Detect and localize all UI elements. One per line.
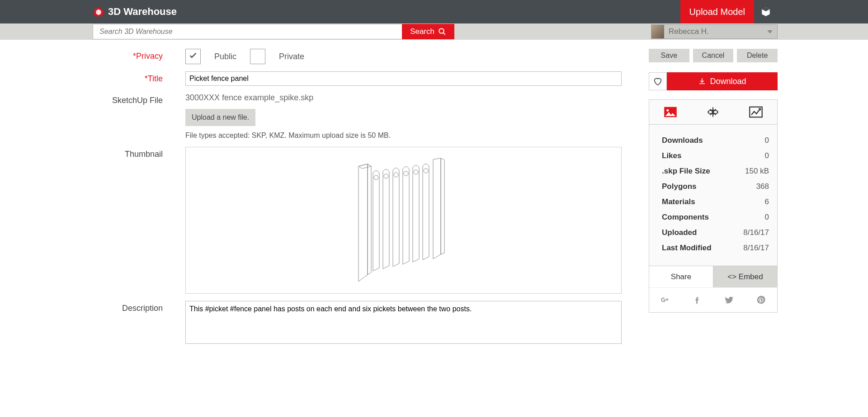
topbar: 3D Warehouse Upload Model <box>0 0 868 23</box>
content: *Privacy Public Private *Title SketchUp … <box>0 40 868 362</box>
svg-point-2 <box>374 175 378 180</box>
warehouse-logo-icon <box>93 6 104 18</box>
upload-file-button[interactable]: Upload a new file. <box>185 109 255 126</box>
stat-row: .skp File Size150 kB <box>662 164 769 179</box>
stat-row: Downloads0 <box>662 133 769 148</box>
svg-point-6 <box>414 170 418 174</box>
share-tabs: Share <> Embed <box>649 266 777 287</box>
svg-line-1 <box>443 33 445 35</box>
privacy-label: *Privacy <box>93 49 163 64</box>
cancel-button[interactable]: Cancel <box>693 49 734 62</box>
delete-button[interactable]: Delete <box>737 49 778 62</box>
svg-point-5 <box>404 171 408 176</box>
twitter-icon <box>724 295 734 305</box>
tab-embed[interactable]: <> Embed <box>713 266 777 287</box>
user-menu[interactable]: Rebecca H. <box>651 24 778 39</box>
search-input[interactable] <box>93 24 402 39</box>
stat-row: Components0 <box>662 210 769 225</box>
info-tabs <box>649 100 777 125</box>
tab-share[interactable]: Share <box>649 266 713 287</box>
svg-point-9 <box>666 109 669 112</box>
svg-point-0 <box>439 28 444 33</box>
upload-model-button[interactable]: Upload Model <box>680 0 754 23</box>
rotate-3d-icon <box>706 106 720 118</box>
title-label: *Title <box>93 71 163 86</box>
info-tab-image[interactable] <box>649 100 692 124</box>
thumbnail-label: Thumbnail <box>93 147 163 294</box>
info-body: Downloads0 Likes0 .skp File Size150 kB P… <box>649 125 777 266</box>
download-row: Download <box>649 72 778 90</box>
chart-icon <box>749 106 763 118</box>
sketchup-file-label: SketchUp File <box>93 93 163 140</box>
image-icon <box>664 106 677 118</box>
download-icon <box>698 77 706 85</box>
public-checkbox[interactable] <box>185 49 201 64</box>
svg-point-7 <box>424 169 428 173</box>
search-button[interactable]: Search <box>402 24 454 39</box>
brand-text: 3D Warehouse <box>108 6 177 18</box>
chevron-down-icon <box>767 30 773 33</box>
facebook-icon <box>692 295 702 305</box>
googleplus-icon <box>660 295 670 305</box>
form-column: *Privacy Public Private *Title SketchUp … <box>93 49 622 353</box>
side-column: Save Cancel Delete Download <box>649 49 778 353</box>
share-googleplus[interactable] <box>649 288 681 312</box>
info-tab-3d[interactable] <box>692 100 734 124</box>
pinterest-icon <box>756 295 766 305</box>
info-tab-stats[interactable] <box>735 100 777 124</box>
svg-point-4 <box>394 173 398 177</box>
fence-thumbnail-icon <box>345 153 462 288</box>
action-row: Save Cancel Delete <box>649 49 778 62</box>
sketchup-app-icon[interactable] <box>754 0 778 23</box>
brand[interactable]: 3D Warehouse <box>93 6 177 18</box>
search-wrap: Search <box>93 24 454 39</box>
save-button[interactable]: Save <box>649 49 689 62</box>
share-twitter[interactable] <box>713 288 745 312</box>
filename: 3000XXX fence example_spike.skp <box>185 93 622 103</box>
file-hint: File types accepted: SKP, KMZ. Maximum u… <box>185 131 622 140</box>
stat-row: Polygons368 <box>662 179 769 194</box>
description-label: Description <box>93 301 163 346</box>
share-pinterest[interactable] <box>745 288 777 312</box>
share-facebook[interactable] <box>681 288 713 312</box>
stat-row: Last Modified8/16/17 <box>662 240 769 256</box>
description-textarea[interactable] <box>185 301 622 344</box>
check-icon <box>188 52 198 61</box>
avatar <box>651 25 664 38</box>
title-input[interactable] <box>185 71 622 86</box>
svg-point-3 <box>384 174 388 178</box>
social-row <box>649 287 777 312</box>
like-button[interactable] <box>649 72 667 90</box>
stat-row: Uploaded8/16/17 <box>662 225 769 240</box>
download-button[interactable]: Download <box>667 72 778 90</box>
private-checkbox[interactable] <box>250 49 265 64</box>
stat-row: Materials6 <box>662 194 769 210</box>
user-name: Rebecca H. <box>669 27 763 36</box>
private-label: Private <box>279 52 304 61</box>
heart-icon <box>653 76 663 86</box>
searchbar-row: Search Rebecca H. <box>0 23 868 40</box>
info-card: Downloads0 Likes0 .skp File Size150 kB P… <box>649 99 778 313</box>
stat-row: Likes0 <box>662 148 769 164</box>
public-label: Public <box>214 52 236 61</box>
thumbnail-preview[interactable] <box>185 147 622 294</box>
search-icon <box>438 28 446 36</box>
